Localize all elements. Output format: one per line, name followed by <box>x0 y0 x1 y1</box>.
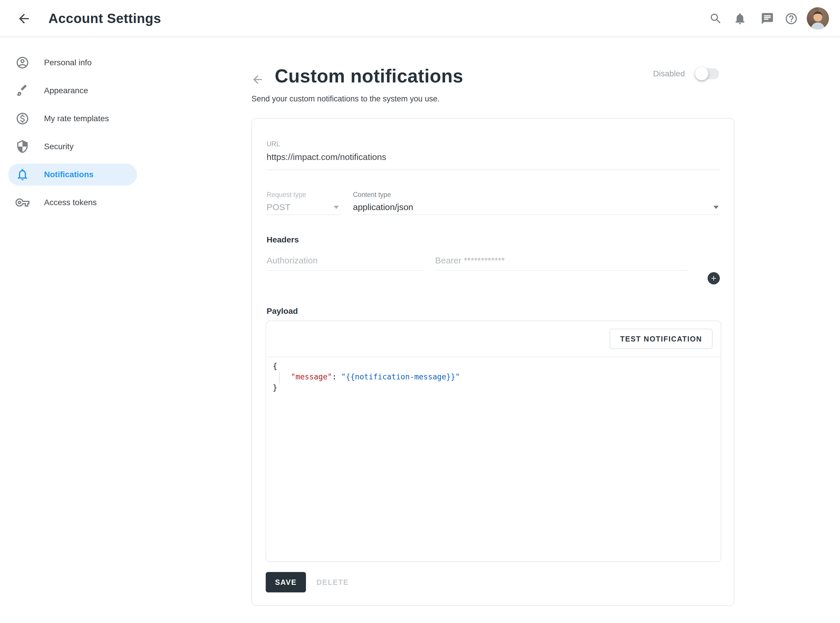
test-notification-button[interactable]: TEST NOTIFICATION <box>609 329 712 349</box>
custom-notification-card: URL Request type POST Content type appli… <box>251 118 734 606</box>
payload-code-area[interactable]: { "message": "{{notification-message}}" … <box>266 357 721 558</box>
bell-icon <box>15 167 29 181</box>
headers-heading: Headers <box>266 235 720 244</box>
person-circle-icon <box>15 56 29 70</box>
header-name-input[interactable] <box>266 256 424 271</box>
payload-heading: Payload <box>266 307 298 316</box>
code-string-value: "{{notification-message}}" <box>341 372 460 381</box>
chevron-down-icon <box>714 206 718 209</box>
sidebar-item-appearance[interactable]: Appearance <box>0 77 152 104</box>
sidebar-item-my-rate-templates[interactable]: My rate templates <box>0 104 152 133</box>
url-input[interactable] <box>266 152 720 170</box>
sidebar-item-security[interactable]: Security <box>0 133 152 161</box>
add-header-button[interactable] <box>708 272 720 284</box>
sidebar-item-label: Notifications <box>44 170 94 179</box>
toggle-knob <box>695 67 708 80</box>
url-field-group: URL <box>266 140 720 170</box>
payload-editor: TEST NOTIFICATION { "message": "{{notifi… <box>266 321 721 562</box>
headers-section: Headers <box>266 235 720 271</box>
sidebar-item-access-tokens[interactable]: Access tokens <box>0 189 152 216</box>
request-type-value: POST <box>266 202 291 212</box>
toggle-state-label: Disabled <box>653 69 685 78</box>
type-selects-row: Request type POST Content type applicati… <box>266 191 720 215</box>
back-arrow-icon[interactable] <box>17 11 31 26</box>
key-icon <box>15 195 29 210</box>
content-type-select[interactable]: Content type application/json <box>353 191 720 215</box>
code-line-3: } <box>273 383 277 392</box>
delete-button[interactable]: DELETE <box>317 578 349 586</box>
payload-toolbar: TEST NOTIFICATION <box>266 321 721 357</box>
top-app-bar: Account Settings <box>0 0 840 37</box>
brush-icon <box>15 84 29 98</box>
settings-sidebar: Personal info Appearance My rate templat… <box>0 49 152 216</box>
sidebar-item-label: Security <box>44 142 74 151</box>
request-type-select: Request type POST <box>266 191 340 215</box>
chevron-down-icon <box>334 206 339 209</box>
enable-toggle[interactable] <box>695 68 719 79</box>
content-type-label: Content type <box>353 191 720 199</box>
sidebar-item-label: Appearance <box>44 86 88 95</box>
help-icon[interactable] <box>785 12 798 25</box>
page-subtitle: Send your custom notifications to the sy… <box>251 94 440 103</box>
sidebar-item-label: Access tokens <box>44 198 97 207</box>
request-type-label: Request type <box>266 191 340 199</box>
notifications-bell-icon[interactable] <box>733 12 747 25</box>
search-icon[interactable] <box>709 12 723 25</box>
save-button[interactable]: SAVE <box>266 572 306 592</box>
indent-guide <box>279 372 280 384</box>
chat-icon[interactable] <box>761 12 774 25</box>
code-key: "message" <box>291 372 332 381</box>
sidebar-item-label: Personal info <box>44 58 92 67</box>
shield-icon <box>15 140 29 153</box>
code-line-1: { <box>273 362 277 370</box>
plus-icon <box>710 275 717 282</box>
avatar[interactable] <box>807 7 829 29</box>
dollar-circle-icon <box>15 112 29 126</box>
form-actions: SAVE DELETE <box>266 572 349 592</box>
url-field-label: URL <box>266 140 720 148</box>
content-type-value: application/json <box>353 202 413 212</box>
page-back-arrow-icon[interactable] <box>251 73 264 86</box>
sidebar-item-notifications[interactable]: Notifications <box>0 161 152 189</box>
header-value-input[interactable] <box>435 256 687 271</box>
app-title: Account Settings <box>48 11 161 26</box>
sidebar-item-personal-info[interactable]: Personal info <box>0 49 152 77</box>
sidebar-item-label: My rate templates <box>44 114 109 123</box>
page-title: Custom notifications <box>275 65 463 87</box>
